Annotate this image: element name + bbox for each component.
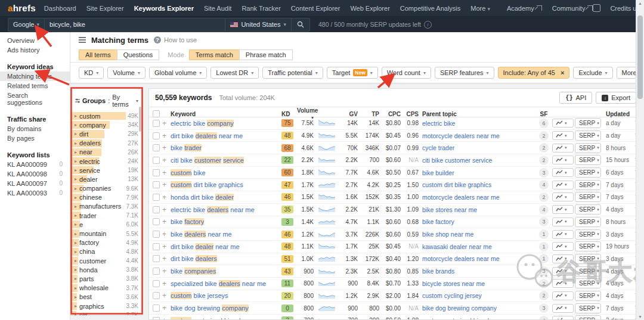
remove-filter-icon[interactable]: × xyxy=(561,69,564,76)
add-to-list-icon[interactable]: + xyxy=(161,119,171,128)
keyword-link[interactable]: bike trader xyxy=(171,144,281,151)
parent-topic-link[interactable]: bike factory xyxy=(422,218,537,225)
add-to-list-icon[interactable]: + xyxy=(161,206,171,214)
add-to-list-icon[interactable]: + xyxy=(161,267,171,275)
expand-icon[interactable]: ▸ xyxy=(75,240,77,246)
serp-button[interactable]: SERP▾ xyxy=(575,180,601,190)
apps-icon[interactable] xyxy=(593,4,600,12)
scroll-up-icon[interactable]: ▲ xyxy=(636,1,644,5)
nav-item-dashboard[interactable]: Dashboard xyxy=(44,5,76,12)
group-item-dealers[interactable]: ▸dealers27K xyxy=(71,139,142,148)
expand-icon[interactable]: ▸ xyxy=(75,167,77,173)
row-checkbox[interactable] xyxy=(153,280,160,287)
api-button[interactable]: {}API xyxy=(559,92,592,104)
group-item-near[interactable]: ▸near26K xyxy=(71,148,142,157)
scrollbar-thumb[interactable] xyxy=(637,15,643,99)
trend-chart-button[interactable]: ▾ xyxy=(552,230,574,239)
expand-icon[interactable]: ▸ xyxy=(75,258,77,263)
how-to-use-link[interactable]: ?How to use xyxy=(154,36,197,44)
parent-topic-link[interactable]: bike stores near me xyxy=(422,206,537,213)
serp-button[interactable]: SERP▾ xyxy=(575,266,601,276)
expand-icon[interactable]: ▸ xyxy=(75,285,77,291)
tab-terms-match[interactable]: Terms match xyxy=(189,49,240,60)
trend-chart-button[interactable]: ▾ xyxy=(552,316,574,320)
col-cpc[interactable]: CPC xyxy=(383,111,404,117)
add-to-list-icon[interactable]: + xyxy=(161,193,171,201)
trend-chart-button[interactable]: ▾ xyxy=(552,279,574,288)
expand-icon[interactable]: ▸ xyxy=(75,204,77,209)
trend-chart-button[interactable]: ▾ xyxy=(552,242,574,251)
expand-icon[interactable]: ▸ xyxy=(75,267,77,272)
search-engine-select[interactable]: Google▾ xyxy=(8,18,45,31)
keyword-link[interactable]: specialized bike dealers near me xyxy=(171,280,281,287)
tab-questions[interactable]: Questions xyxy=(117,49,160,60)
col-keyword[interactable]: Keyword xyxy=(171,111,281,117)
tab-phrase-match[interactable]: Phrase match xyxy=(239,49,293,60)
trend-chart-button[interactable]: ▾ xyxy=(552,304,574,313)
nav-item-rank-tracker[interactable]: Rank Tracker xyxy=(242,5,280,12)
expand-icon[interactable]: ▸ xyxy=(75,176,77,182)
row-checkbox[interactable] xyxy=(153,132,160,139)
serp-button[interactable]: SERP▾ xyxy=(575,278,601,288)
expand-icon[interactable]: ▸ xyxy=(75,131,77,136)
group-item-dirt[interactable]: ▸dirt29K xyxy=(71,129,142,138)
serp-button[interactable]: SERP▾ xyxy=(575,155,601,165)
keyword-link[interactable]: citi bike customer service xyxy=(171,157,281,164)
keyword-link[interactable]: electric bike company xyxy=(171,120,281,127)
trend-chart-button[interactable]: ▾ xyxy=(552,156,574,164)
col-cps[interactable]: CPS xyxy=(404,111,422,117)
parent-topic-link[interactable]: custom cycling jersey xyxy=(422,292,537,299)
serp-button[interactable]: SERP▾ xyxy=(575,291,601,301)
add-to-list-icon[interactable]: + xyxy=(161,291,171,300)
sidebar-item-by-pages[interactable]: By pages xyxy=(0,133,70,143)
serp-button[interactable]: SERP▾ xyxy=(575,254,601,264)
scroll-down-icon[interactable]: ▼ xyxy=(636,315,644,319)
row-checkbox[interactable] xyxy=(153,144,160,151)
trend-chart-button[interactable]: ▾ xyxy=(552,267,574,276)
nav-item-academy[interactable]: Academy xyxy=(507,5,542,12)
parent-topic-link[interactable]: custom dirt bike graphics xyxy=(422,181,537,188)
export-button[interactable]: ↓Export xyxy=(596,92,636,104)
group-item-company[interactable]: ▸company34K xyxy=(71,120,142,129)
expand-icon[interactable]: ▸ xyxy=(75,195,77,200)
tab-all-terms[interactable]: All terms xyxy=(79,49,117,60)
serp-button[interactable]: SERP▾ xyxy=(575,217,601,227)
trend-chart-button[interactable]: ▾ xyxy=(552,254,574,263)
group-item-manufacturers[interactable]: ▸manufacturers7.3K xyxy=(71,202,142,211)
serp-button[interactable]: SERP▾ xyxy=(575,192,601,202)
group-item-trader[interactable]: ▸trader7.1K xyxy=(71,211,142,220)
col-kd[interactable]: KD xyxy=(281,111,297,117)
filter-volume[interactable]: Volume▾ xyxy=(107,67,145,79)
expand-icon[interactable]: ▸ xyxy=(75,186,77,191)
ahrefs-logo[interactable]: ahrefs xyxy=(8,3,36,13)
keyword-link[interactable]: bike factory xyxy=(171,218,281,225)
group-item-chinese[interactable]: ▸chinese7.9K xyxy=(71,193,142,202)
parent-topic-link[interactable]: bike dog brewing company xyxy=(422,305,537,312)
expand-icon[interactable]: ▸ xyxy=(75,231,77,237)
group-item-companies[interactable]: ▸companies9.6K xyxy=(71,184,142,193)
parent-topic-link[interactable]: bike builder xyxy=(422,169,537,176)
hamburger-icon[interactable] xyxy=(79,37,86,43)
col-updated[interactable]: Updated xyxy=(601,111,632,117)
info-icon[interactable]: i xyxy=(424,21,432,29)
sidebar-item-kl-aa000097[interactable]: KL AA0000970 xyxy=(0,179,70,188)
row-checkbox[interactable] xyxy=(153,157,160,164)
group-item-best[interactable]: ▸best3.6K xyxy=(71,293,142,302)
nav-item-more[interactable]: More▾ xyxy=(470,5,490,12)
parent-topic-link[interactable]: motorcycle dealers near me xyxy=(422,194,537,201)
search-button[interactable] xyxy=(291,18,309,31)
nav-item-keywords-explorer[interactable]: Keywords Explorer xyxy=(134,5,194,12)
sidebar-item-matching-terms[interactable]: Matching terms xyxy=(0,72,70,81)
serp-button[interactable]: SERP▾ xyxy=(575,315,601,320)
serp-button[interactable]: SERP▾ xyxy=(575,118,601,128)
page-scrollbar[interactable]: ▲ ▼ xyxy=(636,0,644,320)
col-tp[interactable]: TP xyxy=(361,111,383,117)
add-to-list-icon[interactable]: + xyxy=(161,169,171,177)
parent-topic-link[interactable]: citi bike customer service xyxy=(422,157,537,164)
add-to-list-icon[interactable]: + xyxy=(161,144,171,152)
serp-button[interactable]: SERP▾ xyxy=(575,167,601,178)
filter-traffic-potential[interactable]: Traffic potential▾ xyxy=(262,67,323,79)
group-item-custom[interactable]: ▸custom49K xyxy=(71,111,142,120)
filter-target[interactable]: TargetNew▾ xyxy=(327,67,378,79)
keyword-link[interactable]: dirt bike dealers xyxy=(171,255,281,262)
